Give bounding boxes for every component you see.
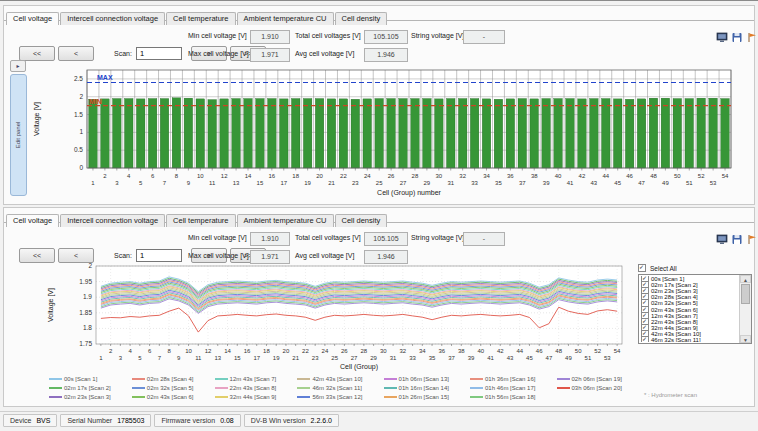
scroll-down-icon[interactable]: ▼ bbox=[740, 335, 751, 343]
svg-text:44: 44 bbox=[602, 173, 609, 179]
max-voltage-value: 1.971 bbox=[250, 48, 290, 62]
tab-cell-temperature[interactable]: Cell temperature bbox=[166, 12, 235, 25]
svg-text:1.9: 1.9 bbox=[83, 293, 92, 300]
svg-text:13: 13 bbox=[233, 180, 240, 186]
tab-ambient-temperature-cu[interactable]: Ambient temperature CU bbox=[237, 214, 334, 227]
scroll-up-icon[interactable]: ▲ bbox=[740, 275, 751, 283]
display-icon[interactable] bbox=[716, 29, 728, 40]
svg-text:40: 40 bbox=[555, 173, 562, 179]
flag-icon[interactable] bbox=[746, 231, 758, 242]
svg-text:1.85: 1.85 bbox=[79, 309, 92, 316]
flag-icon[interactable] bbox=[746, 29, 758, 40]
legend-swatch bbox=[215, 387, 228, 389]
save-icon[interactable] bbox=[731, 231, 743, 242]
svg-text:24: 24 bbox=[364, 173, 371, 179]
scan-list-item[interactable]: 46m 32s [Scan 11] bbox=[640, 337, 739, 342]
legend-item: 03h 06m [Scan 20] bbox=[557, 383, 634, 392]
svg-text:2: 2 bbox=[88, 262, 92, 269]
legend-item: 02m 32s [Scan 5] bbox=[132, 383, 206, 392]
scrollbar-thumb[interactable] bbox=[741, 284, 750, 304]
legend-item: 12m 43s [Scan 7] bbox=[215, 374, 289, 383]
legend-item: 01h 56m [Scan 18] bbox=[470, 392, 547, 401]
save-icon[interactable] bbox=[731, 29, 743, 40]
scan-label: Scan: bbox=[114, 48, 132, 60]
svg-text:37: 37 bbox=[448, 355, 455, 361]
svg-text:18: 18 bbox=[292, 173, 299, 179]
scan-list-item-label: 46m 32s [Scan 11] bbox=[651, 337, 701, 342]
svg-text:9: 9 bbox=[177, 355, 181, 361]
scan-list-scrollbar[interactable]: ▲ ▼ bbox=[739, 275, 751, 343]
max-voltage-label: Max cell voltage [V] bbox=[188, 48, 249, 60]
svg-text:54: 54 bbox=[722, 173, 729, 179]
svg-text:7: 7 bbox=[158, 355, 162, 361]
legend-swatch bbox=[557, 378, 570, 380]
svg-text:Cell (Group) number: Cell (Group) number bbox=[377, 189, 441, 197]
svg-text:49: 49 bbox=[565, 355, 572, 361]
min-voltage-label: Min cell voltage [V] bbox=[188, 232, 247, 244]
svg-text:1.95: 1.95 bbox=[79, 278, 92, 285]
svg-text:24: 24 bbox=[322, 348, 329, 354]
svg-text:41: 41 bbox=[567, 180, 574, 186]
svg-text:3: 3 bbox=[115, 180, 119, 186]
scan-listbox: 00s [Scan 1]02m 17s [Scan 2]02m 23s [Sca… bbox=[638, 274, 752, 344]
svg-text:25: 25 bbox=[376, 180, 383, 186]
legend-item: 46m 32s [Scan 11] bbox=[297, 383, 374, 392]
svg-text:48: 48 bbox=[650, 173, 657, 179]
svg-text:34: 34 bbox=[419, 348, 426, 354]
svg-text:4: 4 bbox=[128, 348, 132, 354]
display-icon[interactable] bbox=[716, 231, 728, 242]
svg-text:33: 33 bbox=[409, 355, 416, 361]
svg-text:17: 17 bbox=[253, 355, 260, 361]
legend-swatch bbox=[132, 387, 145, 389]
collapse-arrow-button[interactable]: ▸ bbox=[10, 60, 26, 72]
select-all-checkbox[interactable]: Select All bbox=[638, 264, 677, 272]
svg-text:22: 22 bbox=[340, 173, 347, 179]
svg-text:0.5: 0.5 bbox=[74, 146, 83, 153]
tab-intercell-connection-voltage[interactable]: Intercell connection voltage bbox=[60, 214, 165, 227]
svg-text:34: 34 bbox=[483, 173, 490, 179]
svg-text:36: 36 bbox=[438, 348, 445, 354]
svg-text:42: 42 bbox=[579, 173, 586, 179]
svg-text:28: 28 bbox=[412, 173, 419, 179]
legend-item: 02m 17s [Scan 2] bbox=[49, 383, 123, 392]
hydrometer-footnote: * : Hydrometer scan bbox=[644, 392, 697, 398]
total-voltage-label: Total cell voltages [V] bbox=[295, 30, 361, 42]
collapsed-edit-panel[interactable]: Edit panel bbox=[10, 74, 27, 196]
legend-label: 32m 44s [Scan 9] bbox=[230, 394, 277, 400]
svg-text:5: 5 bbox=[139, 180, 143, 186]
tab-cell-temperature[interactable]: Cell temperature bbox=[166, 214, 235, 227]
tab-intercell-connection-voltage[interactable]: Intercell connection voltage bbox=[60, 12, 165, 25]
svg-text:16: 16 bbox=[269, 173, 276, 179]
tab-cell-density[interactable]: Cell density bbox=[335, 12, 388, 25]
collapsed-panel-caption: Edit panel bbox=[16, 122, 22, 149]
scan-input[interactable] bbox=[136, 47, 182, 60]
legend-swatch bbox=[557, 387, 570, 389]
prev-scan-button[interactable]: < bbox=[58, 46, 94, 61]
tab-cell-voltage[interactable]: Cell voltage bbox=[6, 12, 59, 25]
string-voltage-value: - bbox=[463, 232, 505, 246]
svg-text:21: 21 bbox=[292, 355, 299, 361]
first-scan-button[interactable]: << bbox=[19, 46, 55, 61]
svg-text:27: 27 bbox=[400, 180, 407, 186]
tab-cell-voltage[interactable]: Cell voltage bbox=[6, 214, 59, 227]
total-voltage-value: 105.105 bbox=[364, 30, 408, 44]
svg-text:25: 25 bbox=[331, 355, 338, 361]
svg-text:28: 28 bbox=[361, 348, 368, 354]
checkbox-icon bbox=[641, 336, 649, 342]
scan-list-item-label: 02m 17s [Scan 2] bbox=[651, 282, 698, 288]
svg-text:5: 5 bbox=[138, 355, 142, 361]
svg-text:49: 49 bbox=[662, 180, 669, 186]
svg-text:36: 36 bbox=[507, 173, 514, 179]
status-segment: Serial Number1785503 bbox=[60, 414, 151, 427]
svg-text:48: 48 bbox=[555, 348, 562, 354]
tab-cell-density[interactable]: Cell density bbox=[335, 214, 388, 227]
scan-list-item-label: 02m 28s [Scan 4] bbox=[651, 294, 698, 300]
legend-swatch bbox=[297, 387, 310, 389]
scan-list-item-label: 00s [Scan 1] bbox=[651, 276, 684, 282]
svg-text:52: 52 bbox=[594, 348, 601, 354]
svg-text:45: 45 bbox=[614, 180, 621, 186]
svg-text:15: 15 bbox=[234, 355, 241, 361]
tab-strip: Cell voltageIntercell connection voltage… bbox=[4, 6, 754, 21]
svg-text:27: 27 bbox=[351, 355, 358, 361]
tab-ambient-temperature-cu[interactable]: Ambient temperature CU bbox=[237, 12, 334, 25]
